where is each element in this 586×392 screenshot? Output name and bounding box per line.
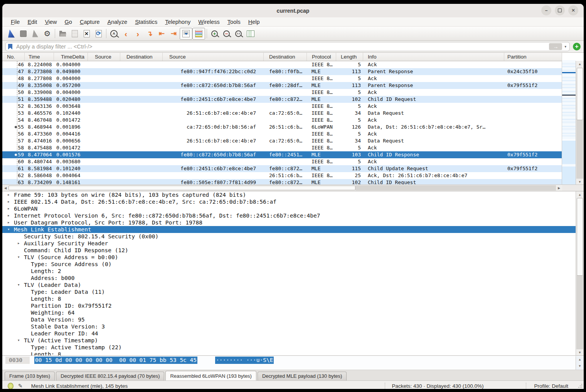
menu-item-telephony[interactable]: Telephony: [161, 18, 194, 25]
column-header-destination[interactable]: Destination: [120, 53, 163, 61]
detail-line[interactable]: ▾TLV (Active Timestamp): [2, 337, 584, 344]
scroll-left-icon[interactable]: ◀: [2, 185, 8, 191]
scrollbar-thumb[interactable]: [577, 198, 583, 276]
hex-bytes-selected[interactable]: 00 15 0d 00 00 00 00 00 00 00 01 75 bb 5…: [34, 357, 197, 364]
go-back-button[interactable]: [120, 28, 132, 39]
capture-comment-icon[interactable]: [18, 383, 23, 389]
hex-ascii-selected[interactable]: ········ ···u·S\E: [215, 357, 274, 364]
column-header-source[interactable]: Source: [88, 53, 120, 61]
bookmark-icon[interactable]: [8, 44, 12, 50]
packet-row[interactable]: 558.4689440.001896ca:72:65:0d:b7:b8:56:a…: [2, 124, 562, 131]
packet-row[interactable]: 618.5819840.101240fe80::2451:c6b7:e8ce:4…: [2, 165, 562, 172]
detail-line[interactable]: ▾TLV (Leader Data): [2, 281, 584, 288]
menu-item-view[interactable]: View: [41, 18, 61, 25]
packet-row[interactable]: 588.4754880.001472IEEE 8…5Ack: [2, 144, 562, 151]
resize-columns-button[interactable]: [244, 28, 256, 39]
status-profile[interactable]: Profile: Default: [526, 383, 578, 389]
start-capture-button[interactable]: [5, 28, 17, 39]
expander-down-icon[interactable]: ▾: [7, 226, 10, 233]
packet-row[interactable]: 538.4655760.10244026:51:c6:b7:e8:ce:4b:e…: [2, 110, 562, 117]
apply-filter-button[interactable]: [549, 43, 562, 50]
filter-history-caret-icon[interactable]: ▾: [564, 45, 566, 49]
menu-item-go[interactable]: Go: [61, 18, 76, 25]
menu-item-wireless[interactable]: Wireless: [194, 18, 224, 25]
packet-row[interactable]: 498.3350080.057200fe80::c872:650d:b7b8:5…: [2, 82, 562, 89]
zoom-out-button[interactable]: [221, 28, 232, 39]
details-vscrollbar[interactable]: ▲ ▼: [576, 191, 584, 355]
menu-item-tools[interactable]: Tools: [224, 18, 244, 25]
column-header-info[interactable]: Info: [363, 53, 504, 61]
packet-row[interactable]: 628.5860480.00406426:51:c6:b…IEEE 8…25Ac…: [2, 172, 562, 179]
minimize-button[interactable]: [541, 5, 551, 15]
bytes-tab[interactable]: Frame (103 bytes): [5, 372, 55, 380]
column-header-no[interactable]: No.: [2, 53, 25, 61]
scroll-up-icon[interactable]: ▲: [576, 356, 584, 362]
display-filter-input[interactable]: [15, 43, 549, 50]
go-last-button[interactable]: [168, 28, 180, 39]
colorize-button[interactable]: [192, 28, 205, 40]
scroll-right-icon[interactable]: ▶: [556, 185, 562, 191]
bytes-tab[interactable]: Reassembled 6LoWPAN (193 bytes): [165, 371, 256, 380]
scrollbar-thumb[interactable]: [8, 186, 355, 190]
detail-line[interactable]: Leader Router ID: 44: [2, 330, 584, 337]
packet-list-vscrollbar[interactable]: ▲ ▼: [576, 61, 584, 185]
column-header-destination[interactable]: Destination: [264, 53, 307, 61]
go-to-packet-button[interactable]: [144, 28, 156, 39]
packet-row[interactable]: 488.2778080.004000IEEE 8…5Ack: [2, 75, 562, 82]
packet-details-pane[interactable]: ▸Frame 59: 103 bytes on wire (824 bits),…: [2, 191, 584, 355]
expander-right-icon[interactable]: ▸: [7, 219, 10, 226]
detail-line[interactable]: Partition ID: 0x79f551f2: [2, 302, 584, 309]
detail-line[interactable]: Data Version: 95: [2, 316, 584, 323]
detail-line[interactable]: ▸User Datagram Protocol, Src Port: 19788…: [2, 219, 584, 226]
open-file-button[interactable]: [57, 28, 69, 39]
detail-line[interactable]: ▸Internet Protocol Version 6, Src: fe80:…: [2, 212, 584, 219]
scroll-up-icon[interactable]: ▲: [576, 191, 584, 198]
display-filter-field[interactable]: ▾: [5, 42, 570, 51]
packet-row[interactable]: 598.4770640.001576fe80::c872:650d:b7b8:5…: [2, 151, 562, 158]
packet-row[interactable]: 568.4733600.004416IEEE 8…5Ack: [2, 131, 562, 137]
expander-down-icon[interactable]: ▾: [17, 337, 20, 344]
find-packet-button[interactable]: [108, 28, 120, 39]
column-header-source[interactable]: Source: [163, 53, 264, 61]
expander-right-icon[interactable]: ▸: [7, 205, 10, 212]
detail-line[interactable]: Length: 8: [2, 351, 584, 355]
detail-line[interactable]: Type: Leader Data (11): [2, 288, 584, 295]
zoom-original-button[interactable]: [232, 28, 244, 39]
detail-line[interactable]: ▸6LoWPAN: [2, 205, 584, 212]
expander-down-icon[interactable]: ▾: [17, 254, 20, 261]
detail-line[interactable]: Length: 8: [2, 295, 584, 302]
detail-line[interactable]: ▸Auxiliary Security Header: [2, 240, 584, 247]
packet-row[interactable]: 478.2738080.049800fe80::947f:f476:22bc:c…: [2, 68, 562, 75]
packet-row[interactable]: 548.4670480.001472IEEE 8…5Ack: [2, 117, 562, 124]
detail-line[interactable]: Weighting: 64: [2, 309, 584, 316]
packet-list[interactable]: 468.2240080.004000IEEE 8…5Ack478.2738080…: [2, 61, 562, 185]
close-button[interactable]: [568, 5, 578, 15]
packet-list-hscrollbar[interactable]: ◀ ▶: [2, 184, 562, 191]
expander-right-icon[interactable]: ▸: [7, 191, 10, 198]
packet-row[interactable]: 518.3594880.020480fe80::2451:c6b7:e8ce:4…: [2, 96, 562, 103]
packet-row[interactable]: 608.4807440.003680IEEE 8…5Ack: [2, 158, 562, 165]
scroll-down-icon[interactable]: ▼: [576, 349, 584, 355]
detail-line[interactable]: ▸Frame 59: 103 bytes on wire (824 bits),…: [2, 191, 584, 198]
expander-right-icon[interactable]: ▸: [7, 198, 10, 205]
column-header-partition[interactable]: Partition: [504, 53, 562, 61]
save-file-button[interactable]: [69, 28, 81, 39]
column-header-time[interactable]: Time: [25, 53, 54, 61]
column-header-timedelta[interactable]: TimeDelta: [54, 53, 88, 61]
detail-line[interactable]: Command: Child ID Response (12): [2, 247, 584, 254]
stop-capture-button[interactable]: [17, 28, 29, 39]
detail-line[interactable]: Type: Source Address (0): [2, 261, 584, 268]
detail-line[interactable]: Security Suite: 802.15.4 Security (0x00): [2, 233, 584, 240]
expert-info-icon[interactable]: [8, 383, 13, 389]
scrollbar-thumb[interactable]: [577, 68, 583, 120]
detail-line[interactable]: Length: 2: [2, 268, 584, 275]
capture-options-button[interactable]: [41, 28, 53, 39]
detail-line[interactable]: ▾Mesh Link Establishment: [2, 226, 584, 233]
packet-bytes-pane[interactable]: 0030 00 15 0d 00 00 00 00 00 00 00 01 75…: [2, 355, 584, 370]
close-file-button[interactable]: [81, 28, 93, 39]
expander-down-icon[interactable]: ▾: [17, 281, 20, 288]
packet-row[interactable]: 578.4740160.00065626:51:c6:b7:e8:ce:4b:e…: [2, 137, 562, 144]
expander-right-icon[interactable]: ▸: [7, 212, 10, 219]
hex-row[interactable]: 0030 00 15 0d 00 00 00 00 00 00 00 01 75…: [2, 357, 584, 364]
restart-capture-button[interactable]: [29, 28, 41, 39]
